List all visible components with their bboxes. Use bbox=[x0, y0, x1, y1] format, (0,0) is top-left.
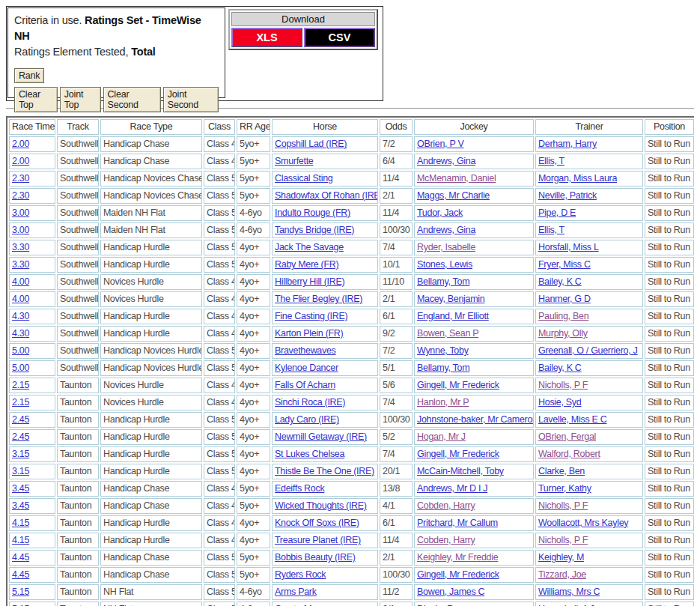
horse-link[interactable]: Karton Plein (FR) bbox=[275, 328, 343, 339]
jockey-link[interactable]: Pritchard, Mr Callum bbox=[417, 518, 498, 528]
jockey-link[interactable]: Gingell, Mr Frederick bbox=[417, 569, 499, 580]
trainer-link[interactable]: Lavelle, Miss E C bbox=[538, 414, 606, 425]
race-time-link[interactable]: 5.00 bbox=[12, 363, 29, 373]
race-time-link[interactable]: 2.45 bbox=[12, 414, 29, 425]
horse-link[interactable]: Bravethewaves bbox=[275, 345, 336, 356]
jockey-link[interactable]: Tudor, Jack bbox=[417, 207, 463, 218]
jockey-link[interactable]: Maggs, Mr Charlie bbox=[417, 190, 490, 201]
race-time-link[interactable]: 5.00 bbox=[12, 345, 29, 356]
trainer-link[interactable]: Clarke, Ben bbox=[538, 466, 585, 476]
race-time-link[interactable]: 4.30 bbox=[12, 328, 29, 339]
trainer-link[interactable]: Nicholls, P F bbox=[538, 500, 588, 511]
trainer-link[interactable]: Hosie, Syd bbox=[538, 397, 581, 407]
trainer-link[interactable]: Nicholls, P F bbox=[538, 535, 588, 545]
horse-link[interactable]: Thistle Be The One (IRE) bbox=[275, 466, 374, 476]
horse-link[interactable]: St Lukes Chelsea bbox=[275, 449, 344, 459]
horse-link[interactable]: Classical Sting bbox=[275, 173, 332, 184]
trainer-link[interactable]: Ellis, T bbox=[538, 156, 564, 166]
rank-button[interactable]: Rank bbox=[14, 68, 44, 83]
race-time-link[interactable]: 2.30 bbox=[12, 190, 29, 201]
horse-link[interactable]: Fine Casting (IRE) bbox=[275, 311, 347, 321]
jockey-link[interactable]: Andrews, Gina bbox=[417, 156, 475, 166]
trainer-link[interactable]: Walford, Robert bbox=[538, 449, 600, 459]
trainer-link[interactable]: Horsfall, Miss L bbox=[538, 242, 599, 252]
race-time-link[interactable]: 4.30 bbox=[12, 311, 29, 321]
jockey-link[interactable]: Gingell, Mr Frederick bbox=[417, 449, 499, 459]
trainer-link[interactable]: Greenall, O / Guerriero, J bbox=[538, 345, 638, 356]
horse-link[interactable]: Knock Off Soxs (IRE) bbox=[275, 518, 359, 528]
horse-link[interactable]: Hillberry Hill (IRE) bbox=[275, 276, 344, 287]
race-time-link[interactable]: 2.45 bbox=[12, 431, 29, 442]
race-time-link[interactable]: 3.45 bbox=[12, 483, 29, 494]
race-time-link[interactable]: 4.45 bbox=[12, 569, 29, 580]
horse-link[interactable]: Kylenoe Dancer bbox=[275, 363, 338, 373]
trainer-link[interactable]: Hanmer, G D bbox=[538, 294, 591, 304]
horse-link[interactable]: Falls Of Acharn bbox=[275, 380, 335, 390]
race-time-link[interactable]: 5.15 bbox=[12, 587, 29, 597]
race-time-link[interactable]: 3.30 bbox=[12, 242, 29, 252]
horse-link[interactable]: Edeiffs Rock bbox=[275, 483, 324, 494]
trainer-link[interactable]: Derham, Harry bbox=[538, 139, 597, 149]
horse-link[interactable]: Arms Park bbox=[275, 587, 317, 597]
race-time-link[interactable]: 3.00 bbox=[12, 225, 29, 235]
trainer-link[interactable]: Nicholls, P F bbox=[538, 380, 588, 390]
horse-link[interactable]: Bobbis Beauty (IRE) bbox=[275, 552, 356, 563]
horse-link[interactable]: Shadowfax Of Rohan (IRE) bbox=[275, 190, 378, 201]
jockey-link[interactable]: Bellamy, Tom bbox=[417, 363, 469, 373]
trainer-link[interactable]: Woollacott, Mrs Kayley bbox=[538, 518, 628, 528]
trainer-link[interactable]: Bailey, K C bbox=[538, 363, 582, 373]
clear-second-button[interactable]: Clear Second bbox=[103, 87, 161, 112]
trainer-link[interactable]: OBrien, Fergal bbox=[538, 431, 596, 442]
jockey-link[interactable]: Hanlon, Mr P bbox=[417, 397, 469, 407]
horse-link[interactable]: Treasure Planet (IRE) bbox=[275, 535, 361, 545]
jockey-link[interactable]: Bowen, James C bbox=[417, 587, 484, 597]
jockey-link[interactable]: McMenamin, Daniel bbox=[417, 173, 496, 184]
horse-link[interactable]: Newmill Getaway (IRE) bbox=[275, 431, 367, 442]
horse-link[interactable]: Raby Mere (FR) bbox=[275, 259, 338, 270]
jockey-link[interactable]: Macey, Benjamin bbox=[417, 294, 484, 304]
horse-link[interactable]: Indulto Rouge (FR) bbox=[275, 207, 350, 218]
jockey-link[interactable]: Stones, Lewis bbox=[417, 259, 472, 270]
jockey-link[interactable]: Johnstone-baker, Mr Cameron bbox=[417, 414, 534, 425]
horse-link[interactable]: Copshill Lad (IRE) bbox=[275, 139, 347, 149]
jockey-link[interactable]: Andrews, Mr D I J bbox=[417, 483, 487, 494]
trainer-link[interactable]: Fryer, Miss C bbox=[538, 259, 591, 270]
race-time-link[interactable]: 2.30 bbox=[12, 173, 29, 184]
jockey-link[interactable]: Hogan, Mr J bbox=[417, 431, 466, 442]
race-time-link[interactable]: 4.15 bbox=[12, 518, 29, 528]
download-xls-button[interactable]: XLS bbox=[231, 28, 302, 47]
race-time-link[interactable]: 4.45 bbox=[12, 552, 29, 563]
jockey-link[interactable]: OBrien, P V bbox=[417, 139, 463, 149]
jockey-link[interactable]: Ryder, Isabelle bbox=[417, 242, 475, 252]
trainer-link[interactable]: Morgan, Miss Laura bbox=[538, 173, 617, 184]
race-time-link[interactable]: 2.00 bbox=[12, 139, 29, 149]
trainer-link[interactable]: Pipe, D E bbox=[538, 207, 576, 218]
horse-link[interactable]: Sinchi Roca (IRE) bbox=[275, 397, 345, 407]
race-time-link[interactable]: 2.15 bbox=[12, 397, 29, 407]
race-time-link[interactable]: 3.15 bbox=[12, 466, 29, 476]
jockey-link[interactable]: Keighley, Mr Freddie bbox=[417, 552, 498, 563]
race-time-link[interactable]: 3.00 bbox=[12, 207, 29, 218]
horse-link[interactable]: Smurfette bbox=[275, 156, 314, 166]
jockey-link[interactable]: Cobden, Harry bbox=[417, 535, 475, 545]
trainer-link[interactable]: Bailey, K C bbox=[538, 276, 582, 287]
jockey-link[interactable]: McCain-Mitchell, Toby bbox=[417, 466, 504, 476]
trainer-link[interactable]: Keighley, M bbox=[538, 552, 584, 563]
download-csv-button[interactable]: CSV bbox=[304, 28, 375, 47]
jockey-link[interactable]: Wynne, Toby bbox=[417, 345, 469, 356]
clear-top-button[interactable]: Clear Top bbox=[14, 87, 58, 112]
jockey-link[interactable]: England, Mr Elliott bbox=[417, 311, 489, 321]
race-time-link[interactable]: 3.30 bbox=[12, 259, 29, 270]
horse-link[interactable]: Tandys Bridge (IRE) bbox=[275, 225, 354, 235]
trainer-link[interactable]: Turner, Kathy bbox=[538, 483, 591, 494]
jockey-link[interactable]: Andrews, Gina bbox=[417, 225, 475, 235]
race-time-link[interactable]: 4.00 bbox=[12, 294, 29, 304]
horse-link[interactable]: Wicked Thoughts (IRE) bbox=[275, 500, 367, 511]
trainer-link[interactable]: Pauling, Ben bbox=[538, 311, 588, 321]
joint-second-button[interactable]: Joint Second bbox=[163, 87, 219, 112]
trainer-link[interactable]: Williams, Mrs C bbox=[538, 587, 600, 597]
race-time-link[interactable]: 4.15 bbox=[12, 535, 29, 545]
trainer-link[interactable]: Ellis, T bbox=[538, 225, 564, 235]
joint-top-button[interactable]: Joint Top bbox=[60, 87, 101, 112]
horse-link[interactable]: Jack The Savage bbox=[275, 242, 344, 252]
